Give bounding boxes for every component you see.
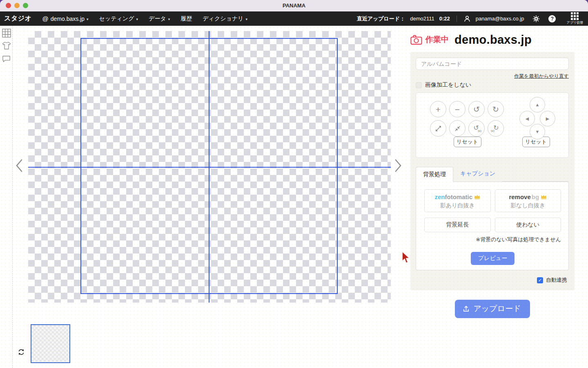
recent-upload-time: 0:22 [439,16,450,22]
account-email[interactable]: panama@baxs.co.jp [476,16,524,22]
tab-caption[interactable]: キャプション [453,166,502,182]
move-up-button[interactable]: ▲ [530,97,545,112]
window-title: PANAMA [0,2,588,9]
reset-transform-button[interactable]: リセット [454,137,481,147]
horizontal-guide-line [28,167,391,168]
app-switcher-button[interactable]: アプリ切替 [566,12,583,25]
upload-icon [462,305,470,312]
chevron-down-icon: ▾ [246,17,248,21]
expand-icon [434,125,442,132]
rotate-ccw-icon: ↺ [473,105,480,114]
app-switch-label: アプリ切替 [566,20,583,25]
background-none-button[interactable]: 使わない [495,218,561,232]
work-card: 作業を最初からやり直す 画像加工をしない + − ↺ ↻ [410,52,575,290]
help-button[interactable]: ? [548,15,556,22]
background-tab-content: zenfotomatic 影あり白抜き removebg 影なし白抜き [416,182,569,270]
vertical-guide-line [209,31,209,303]
move-left-button[interactable]: ◀ [519,111,535,126]
zoom-in-button[interactable]: + [430,101,446,117]
triangle-down-icon: ▼ [535,129,540,134]
page-title: demo.baxs.jp [454,33,532,47]
question-icon: ? [548,15,556,22]
app-window: PANAMA スタジオ @ demo.baxs.jp ▾ セッティング ▾ デー… [0,0,588,368]
chevron-right-icon [393,158,403,173]
gear-icon [532,15,540,23]
rotate-90-ccw-button[interactable]: ↺ 90 [468,120,485,137]
no-edit-label: 画像加工をしない [425,81,471,89]
move-right-button[interactable]: ▶ [540,111,555,126]
removebg-button[interactable]: removebg 影なし白抜き [495,189,561,212]
recent-upload-value: demo2111 [410,16,434,22]
photo-canvas[interactable] [28,31,391,303]
photo-thumbnail[interactable] [31,324,70,363]
at-icon: @ [42,15,49,22]
upload-button[interactable]: アップロード [455,300,530,318]
crown-icon [474,194,480,200]
chevron-down-icon: ▾ [136,17,138,21]
tab-background-processing[interactable]: 背景処理 [416,167,453,182]
zenfotomatic-button[interactable]: zenfotomatic 影あり白抜き [424,189,491,212]
rotate-cw-button[interactable]: ↻ [488,101,504,117]
settings-gear-button[interactable] [532,15,540,23]
restart-work-link[interactable]: 作業を最初からやり直す [514,73,569,79]
menu-shop[interactable]: @ demo.baxs.jp ▾ [42,15,89,22]
navbar: スタジオ @ demo.baxs.jp ▾ セッティング ▾ データ ▾ 履歴 … [0,11,588,26]
minus-icon: − [455,105,460,114]
triangle-right-icon: ▶ [546,116,549,121]
comment-tool-button[interactable] [0,54,13,64]
expand-button[interactable] [430,120,446,137]
tshirt-icon [2,40,11,51]
recent-upload-label: 直近アップロード： [357,15,405,22]
chevron-down-icon: ▾ [87,17,89,21]
triangle-left-icon: ◀ [526,116,529,121]
camera-icon [410,34,422,45]
check-icon: ✓ [538,278,542,283]
auto-link-checkbox[interactable]: ✓ [537,277,543,283]
menu-settings[interactable]: セッティング ▾ [99,15,138,22]
shrink-icon [454,125,461,132]
user-icon [463,15,471,22]
preview-button[interactable]: プレビュー [471,252,514,265]
background-note: ※背景のない写真は処理できません [424,236,561,243]
move-dpad: ▲ ◀ ▶ ▼ [517,97,558,140]
work-panel: 作業中 demo.baxs.jp 作業を最初からやり直す 画像加工をしない + … [410,33,575,318]
plus-icon: + [436,105,441,114]
chevron-down-icon: ▾ [168,17,170,21]
apps-grid-icon [571,12,579,20]
move-down-button[interactable]: ▼ [530,124,545,139]
brand-studio: スタジオ [4,14,32,23]
crown-icon [541,194,547,200]
refresh-thumbnails-button[interactable] [16,347,26,357]
left-toolbar [0,26,13,368]
rotate-cw-icon: ↻ [492,105,499,114]
mouse-cursor [401,251,410,264]
rotate-ccw-button[interactable]: ↺ [468,101,485,117]
layout-grid-button[interactable] [0,29,13,38]
background-extend-button[interactable]: 背景延長 [424,218,491,232]
status-badge: 作業中 [425,34,449,45]
previous-photo-button[interactable] [15,158,24,173]
chevron-left-icon [15,158,24,173]
zoom-out-button[interactable]: − [449,101,466,117]
menu-history[interactable]: 履歴 [180,15,192,22]
grid-icon [2,29,11,38]
shrink-button[interactable] [449,120,466,137]
menu-data[interactable]: データ ▾ [149,15,170,22]
background-tabbox: 背景処理 キャプション zenfotomatic 影あり白抜き [416,166,569,270]
rotate-90-cw-button[interactable]: ↻ 90 [488,120,504,137]
speech-bubble-icon [2,54,11,64]
tab-filler [502,168,569,182]
divider [457,16,457,22]
refresh-icon [18,348,25,356]
menu-dictionary[interactable]: ディクショナリ ▾ [203,15,247,22]
apparel-tool-button[interactable] [0,40,13,51]
album-code-input[interactable] [416,58,569,70]
auto-link-label: 自動連携 [546,276,567,284]
next-photo-button[interactable] [393,158,403,173]
no-edit-checkbox[interactable] [416,82,422,88]
transform-controls: + − ↺ ↻ ↺ [416,92,569,158]
triangle-up-icon: ▲ [535,102,540,107]
titlebar: PANAMA [0,0,588,11]
